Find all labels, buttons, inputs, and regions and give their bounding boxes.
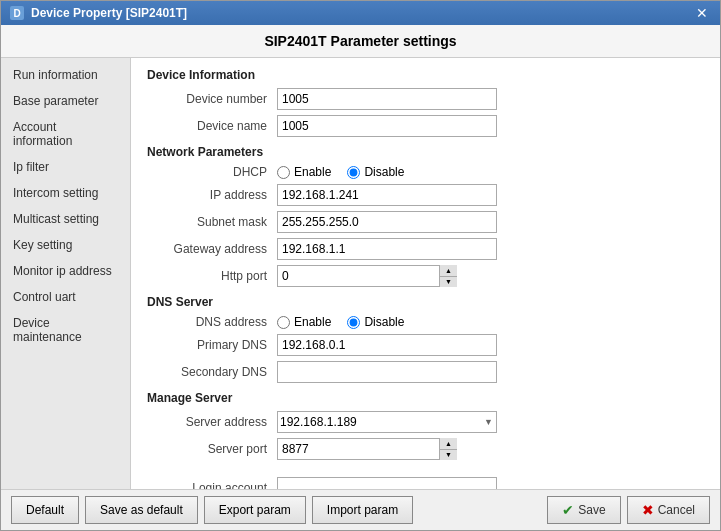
- device-name-row: Device name: [147, 115, 704, 137]
- network-parameters-title: Network Parameters: [147, 145, 704, 159]
- subnet-mask-row: Subnet mask: [147, 211, 704, 233]
- server-address-label: Server address: [147, 415, 277, 429]
- dns-server-title: DNS Server: [147, 295, 704, 309]
- device-information-title: Device Information: [147, 68, 704, 82]
- http-port-input[interactable]: [277, 265, 457, 287]
- server-address-select[interactable]: 192.168.1.189: [277, 411, 497, 433]
- sidebar-item-multicast-setting[interactable]: Multicast setting: [1, 206, 130, 232]
- secondary-dns-row: Secondary DNS: [147, 361, 704, 383]
- dns-disable-item: Disable: [347, 315, 404, 329]
- dhcp-enable-item: Enable: [277, 165, 331, 179]
- title-bar: D Device Property [SIP2401T] ✕: [1, 1, 720, 25]
- save-check-icon: ✔: [562, 502, 574, 518]
- sidebar-item-key-setting[interactable]: Key setting: [1, 232, 130, 258]
- subnet-mask-input[interactable]: [277, 211, 497, 233]
- login-account-label: Login account: [147, 481, 277, 489]
- cancel-label: Cancel: [658, 503, 695, 517]
- dhcp-label: DHCP: [147, 165, 277, 179]
- http-port-label: Http port: [147, 269, 277, 283]
- login-account-input[interactable]: [277, 477, 497, 489]
- server-port-spinner: ▲ ▼: [277, 438, 457, 460]
- save-button[interactable]: ✔ Save: [547, 496, 620, 524]
- primary-dns-row: Primary DNS: [147, 334, 704, 356]
- gateway-address-input[interactable]: [277, 238, 497, 260]
- dns-disable-radio[interactable]: [347, 316, 360, 329]
- http-port-spinner-buttons: ▲ ▼: [439, 265, 457, 287]
- dns-radio-group: Enable Disable: [277, 315, 404, 329]
- primary-dns-label: Primary DNS: [147, 338, 277, 352]
- ip-address-label: IP address: [147, 188, 277, 202]
- sidebar-item-device-maintenance[interactable]: Device maintenance: [1, 310, 130, 350]
- save-as-default-button[interactable]: Save as default: [85, 496, 198, 524]
- server-port-down-button[interactable]: ▼: [440, 450, 457, 461]
- server-port-row: Server port ▲ ▼: [147, 438, 704, 460]
- window-icon: D: [9, 5, 25, 21]
- page-header: SIP2401T Parameter settings: [1, 25, 720, 58]
- dhcp-disable-label: Disable: [364, 165, 404, 179]
- cancel-x-icon: ✖: [642, 502, 654, 518]
- gateway-address-label: Gateway address: [147, 242, 277, 256]
- device-name-label: Device name: [147, 119, 277, 133]
- server-port-up-button[interactable]: ▲: [440, 438, 457, 450]
- http-port-up-button[interactable]: ▲: [440, 265, 457, 277]
- sidebar-item-ip-filter[interactable]: Ip filter: [1, 154, 130, 180]
- dhcp-radio-group: Enable Disable: [277, 165, 404, 179]
- sidebar-item-run-information[interactable]: Run information: [1, 62, 130, 88]
- sidebar-item-monitor-ip-address[interactable]: Monitor ip address: [1, 258, 130, 284]
- close-button[interactable]: ✕: [692, 5, 712, 21]
- sidebar-item-base-parameter[interactable]: Base parameter: [1, 88, 130, 114]
- http-port-spinner: ▲ ▼: [277, 265, 457, 287]
- server-port-label: Server port: [147, 442, 277, 456]
- login-account-row: Login account: [147, 477, 704, 489]
- dhcp-disable-radio[interactable]: [347, 166, 360, 179]
- primary-dns-input[interactable]: [277, 334, 497, 356]
- cancel-button[interactable]: ✖ Cancel: [627, 496, 710, 524]
- secondary-dns-label: Secondary DNS: [147, 365, 277, 379]
- dns-enable-radio[interactable]: [277, 316, 290, 329]
- svg-text:D: D: [13, 8, 20, 19]
- device-number-label: Device number: [147, 92, 277, 106]
- secondary-dns-input[interactable]: [277, 361, 497, 383]
- dns-disable-label: Disable: [364, 315, 404, 329]
- main-content: Run information Base parameter Account i…: [1, 58, 720, 489]
- dhcp-enable-radio[interactable]: [277, 166, 290, 179]
- dns-address-label: DNS address: [147, 315, 277, 329]
- dhcp-enable-label: Enable: [294, 165, 331, 179]
- sidebar-item-account-information[interactable]: Account information: [1, 114, 130, 154]
- sidebar-item-control-uart[interactable]: Control uart: [1, 284, 130, 310]
- title-bar-left: D Device Property [SIP2401T]: [9, 5, 187, 21]
- dhcp-row: DHCP Enable Disable: [147, 165, 704, 179]
- import-param-button[interactable]: Import param: [312, 496, 413, 524]
- gateway-address-row: Gateway address: [147, 238, 704, 260]
- server-port-spinner-buttons: ▲ ▼: [439, 438, 457, 460]
- server-address-row: Server address 192.168.1.189: [147, 411, 704, 433]
- subnet-mask-label: Subnet mask: [147, 215, 277, 229]
- footer: Default Save as default Export param Imp…: [1, 489, 720, 530]
- export-param-button[interactable]: Export param: [204, 496, 306, 524]
- server-address-dropdown-wrapper: 192.168.1.189: [277, 411, 497, 433]
- sidebar-item-intercom-setting[interactable]: Intercom setting: [1, 180, 130, 206]
- dns-address-row: DNS address Enable Disable: [147, 315, 704, 329]
- default-button[interactable]: Default: [11, 496, 79, 524]
- http-port-down-button[interactable]: ▼: [440, 277, 457, 288]
- manage-server-title: Manage Server: [147, 391, 704, 405]
- save-label: Save: [578, 503, 605, 517]
- dns-enable-item: Enable: [277, 315, 331, 329]
- http-port-row: Http port ▲ ▼: [147, 265, 704, 287]
- dhcp-disable-item: Disable: [347, 165, 404, 179]
- ip-address-row: IP address: [147, 184, 704, 206]
- device-number-input[interactable]: [277, 88, 497, 110]
- form-area: Device Information Device number Device …: [131, 58, 720, 489]
- device-number-row: Device number: [147, 88, 704, 110]
- window-title: Device Property [SIP2401T]: [31, 6, 187, 20]
- main-window: D Device Property [SIP2401T] ✕ SIP2401T …: [0, 0, 721, 531]
- ip-address-input[interactable]: [277, 184, 497, 206]
- device-name-input[interactable]: [277, 115, 497, 137]
- sidebar: Run information Base parameter Account i…: [1, 58, 131, 489]
- server-port-input[interactable]: [277, 438, 457, 460]
- dns-enable-label: Enable: [294, 315, 331, 329]
